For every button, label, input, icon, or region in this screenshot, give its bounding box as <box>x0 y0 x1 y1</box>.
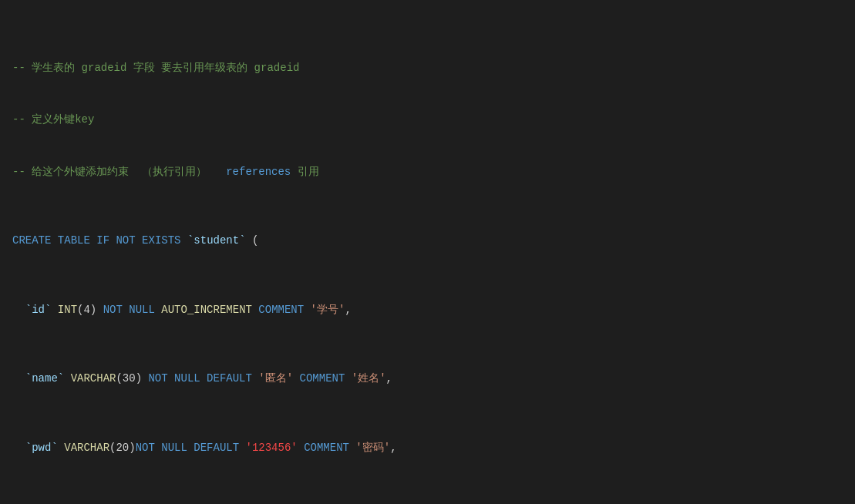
comment-text: -- 给这个外键添加约束 （执行引用） references 引用 <box>12 166 319 178</box>
field-id-line: `id` INT(4) NOT NULL AUTO_INCREMENT COMM… <box>12 301 843 318</box>
comment-line-3: -- 给这个外键添加约束 （执行引用） references 引用 <box>12 163 843 180</box>
comment-text: -- 学生表的 gradeid 字段 要去引用年级表的 gradeid <box>12 62 299 74</box>
code-editor: -- 学生表的 gradeid 字段 要去引用年级表的 gradeid -- 定… <box>0 0 855 504</box>
field-pwd-line: `pwd` VARCHAR(20)NOT NULL DEFAULT '12345… <box>12 439 843 456</box>
create-table-line: CREATE TABLE IF NOT EXISTS `student` ( <box>12 232 843 249</box>
comment-text: -- 定义外键key <box>12 113 94 126</box>
comment-line-2: -- 定义外键key <box>12 111 843 128</box>
field-name-line: `name` VARCHAR(30) NOT NULL DEFAULT '匿名'… <box>12 370 843 387</box>
comment-line-1: -- 学生表的 gradeid 字段 要去引用年级表的 gradeid <box>12 59 843 76</box>
